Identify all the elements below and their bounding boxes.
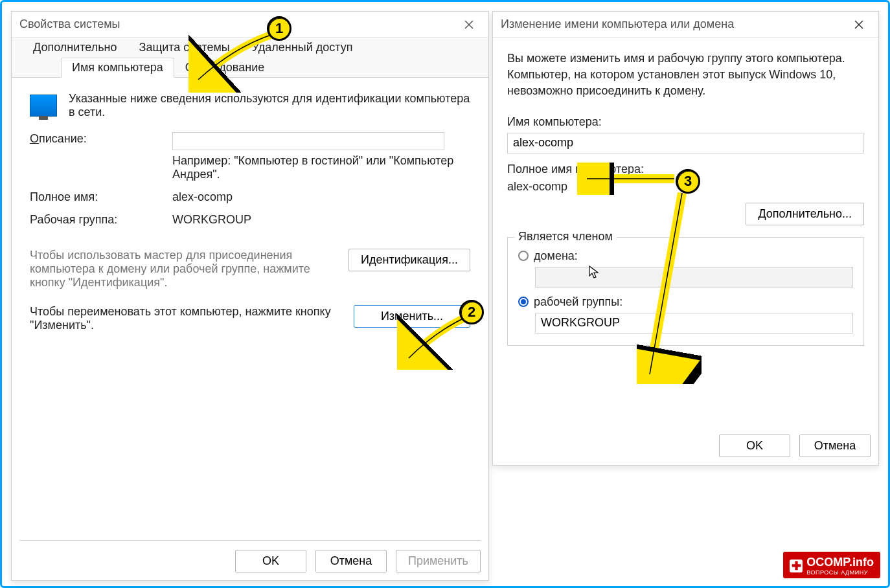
ok-button[interactable]: OK — [235, 550, 306, 572]
description-hint: Например: "Компьютер в гостиной" или "Ко… — [172, 154, 470, 181]
computer-name-input[interactable] — [507, 133, 864, 153]
description-input[interactable] — [172, 132, 444, 150]
workgroup-value: WORKGROUP — [172, 213, 470, 227]
full-name-value: alex-ocomp — [172, 190, 470, 204]
tab-computer-name[interactable]: Имя компьютера — [61, 58, 174, 78]
advanced-button[interactable]: Дополнительно... — [746, 203, 864, 225]
intro-text: Указанные ниже сведения используются для… — [69, 92, 470, 119]
apply-button[interactable]: Применить — [396, 550, 481, 572]
workgroup-input[interactable] — [535, 313, 853, 334]
callout-1: 1 — [267, 16, 291, 41]
callout-3: 3 — [676, 169, 700, 194]
monitor-icon — [30, 95, 57, 117]
watermark-badge: ✚ OCOMP.info ВОПРОСЫ АДМИНУ — [783, 552, 880, 578]
close-icon[interactable] — [847, 15, 871, 34]
ok-button[interactable]: OK — [719, 435, 790, 457]
tab-remote[interactable]: Удаленный доступ — [241, 38, 364, 57]
cursor-icon — [589, 266, 600, 283]
domain-input — [535, 267, 853, 288]
intro-text: Вы можете изменить имя и рабочую группу … — [507, 51, 864, 100]
radio-domain-label: домена: — [534, 249, 578, 263]
rename-note: Чтобы переименовать этот компьютер, нажм… — [30, 305, 341, 332]
full-name-label: Полное имя: — [30, 190, 172, 204]
close-icon[interactable] — [457, 15, 481, 34]
titlebar-left: Свойства системы — [12, 12, 488, 38]
tab-hardware[interactable]: Оборудование — [174, 58, 275, 78]
system-properties-dialog: Свойства системы Дополнительно Защита си… — [11, 11, 489, 581]
tab-bar: Дополнительно Защита системы Удаленный д… — [12, 38, 488, 78]
computer-name-label: Имя компьютера: — [507, 115, 864, 129]
radio-domain[interactable] — [518, 251, 529, 261]
cancel-button[interactable]: Отмена — [799, 435, 871, 457]
description-label: Описание: — [30, 132, 172, 146]
tab-protection[interactable]: Защита системы — [128, 38, 241, 57]
cancel-button[interactable]: Отмена — [315, 550, 387, 572]
radio-workgroup[interactable] — [518, 297, 529, 307]
radio-workgroup-label: рабочей группы: — [534, 295, 622, 309]
callout-2: 2 — [459, 300, 484, 324]
workgroup-label: Рабочая группа: — [30, 213, 172, 227]
tab-advanced[interactable]: Дополнительно — [22, 38, 128, 57]
titlebar-right: Изменение имени компьютера или домена — [493, 12, 878, 38]
window-title: Свойства системы — [19, 17, 120, 31]
change-button[interactable]: Изменить... — [354, 305, 470, 328]
wizard-note: Чтобы использовать мастер для присоедине… — [30, 249, 336, 289]
watermark-sub: ВОПРОСЫ АДМИНУ — [806, 569, 874, 576]
window-title: Изменение имени компьютера или домена — [501, 17, 734, 31]
identify-button[interactable]: Идентификация... — [348, 249, 470, 271]
member-of-fieldset: Является членом домена: рабочей группы: — [507, 237, 864, 346]
watermark-text: OCOMP.info — [806, 556, 874, 569]
change-name-dialog: Изменение имени компьютера или домена Вы… — [492, 11, 879, 466]
plus-icon: ✚ — [790, 560, 803, 572]
fieldset-legend: Является членом — [514, 230, 617, 243]
